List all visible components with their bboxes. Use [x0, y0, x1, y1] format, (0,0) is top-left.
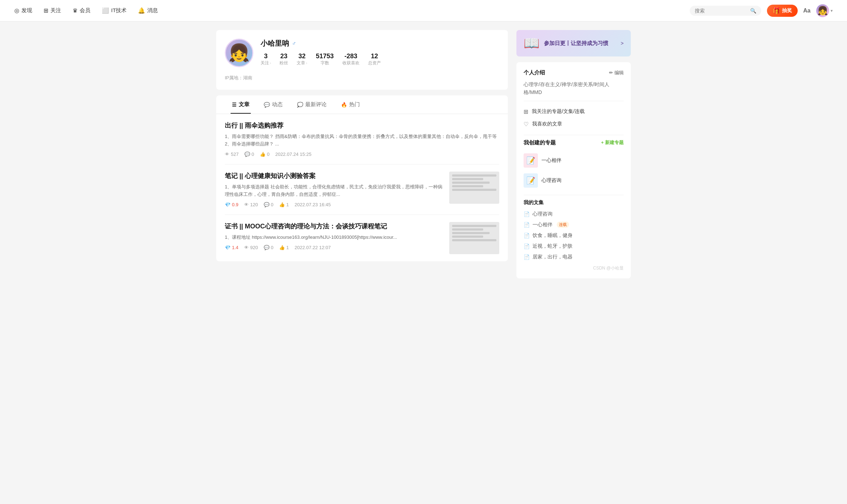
- tab-hot[interactable]: 🔥热门: [334, 95, 367, 114]
- it-icon: ⬜: [102, 7, 109, 14]
- profile-stat-item[interactable]: 3关注›: [261, 53, 271, 66]
- article-date: 2022.07.22 12:07: [294, 245, 331, 250]
- profile-stat-item[interactable]: 12总资产: [368, 53, 381, 66]
- profile-info: 小哈里呐 ♂ 3关注›23粉丝32文章›51753字数-283收获喜欢12总资产: [261, 39, 499, 69]
- gender-icon: ♂: [292, 40, 296, 47]
- stat-label: 文章›: [297, 60, 307, 66]
- stat-label: 总资产: [368, 60, 381, 66]
- sidebar-link-icon: ♡: [524, 121, 529, 128]
- article-excerpt: 1、雨伞需要哪些功能？ 挡雨&防晒：伞布的质量抗风：伞骨的质量便携：折叠方式，以…: [225, 133, 499, 148]
- article-content: 笔记 || 心理健康知识小测验答案 1、单项与多项选择题 社会助长，功能性，合理…: [225, 172, 444, 207]
- tab-articles[interactable]: ☰文章: [225, 95, 257, 114]
- articles-tab-icon: ☰: [232, 102, 237, 108]
- nav-item-vip[interactable]: ♛会员: [73, 7, 90, 14]
- diamond-icon: 💎: [225, 245, 231, 250]
- collection-item[interactable]: 📄饮食，睡眠，健身: [524, 230, 624, 241]
- topic-item[interactable]: 📝心理咨询: [524, 171, 624, 191]
- intro-section-title: 个人介绍 ✏ 编辑: [524, 69, 624, 76]
- article-item: 笔记 || 心理健康知识小测验答案 1、单项与多项选择题 社会助长，功能性，合理…: [225, 164, 499, 215]
- profile-stat-item[interactable]: 23粉丝: [279, 53, 288, 66]
- nav-item-message[interactable]: 🔔消息: [138, 7, 158, 14]
- search-icon: 🔍: [750, 8, 756, 14]
- new-topic-button[interactable]: + 新建专题: [601, 139, 624, 146]
- tab-comments[interactable]: 💭最新评论: [290, 95, 334, 114]
- stat-value: -283: [345, 53, 357, 60]
- it-label: IT技术: [111, 7, 127, 14]
- article-meta: 💎1.4 👁920 💬0 👍1 2022.07.22 12:07: [225, 245, 444, 250]
- collection-item[interactable]: 📄近视，蛀牙，护肤: [524, 241, 624, 252]
- sidebar-link-item[interactable]: ♡我喜欢的文章: [524, 118, 624, 130]
- checkin-banner[interactable]: 📖 参加日更丨让坚持成为习惯 >: [516, 30, 631, 56]
- comment-count: 💬0: [264, 202, 273, 207]
- profile-stats: 3关注›23粉丝32文章›51753字数-283收获喜欢12总资产: [261, 53, 499, 66]
- stat-value: 12: [371, 53, 378, 60]
- eye-icon: 👁: [244, 245, 249, 250]
- nav-item-it[interactable]: ⬜IT技术: [102, 7, 127, 14]
- article-content: 证书 || MOOC心理咨询的理论与方法：会谈技巧课程笔记 1、课程地址 htt…: [225, 222, 444, 254]
- profile-stat-item[interactable]: 32文章›: [297, 53, 307, 66]
- footer-text: CSDN @小哈显: [524, 265, 624, 271]
- like-count: 👍1: [279, 245, 289, 250]
- profile-section: 👧 小哈里呐 ♂ 3关注›23粉丝32文章›51753字数-283收获喜欢12总…: [216, 30, 508, 90]
- view-count: 👁120: [244, 202, 258, 207]
- view-count: 👁920: [244, 245, 258, 250]
- collection-label: 心理咨询: [533, 211, 553, 217]
- main-nav: ◎发现⊞关注♛会员⬜IT技术🔔消息: [14, 7, 690, 14]
- nav-item-follow[interactable]: ⊞关注: [44, 7, 61, 14]
- dynamic-tab-label: 动态: [272, 101, 283, 108]
- intro-card: 个人介绍 ✏ 编辑 心理学/存在主义/禅学/亲密关系/时间人格/MMD ⊞我关注…: [516, 62, 631, 278]
- my-topics-title: 我创建的专题: [524, 139, 556, 146]
- collection-item[interactable]: 📄居家，出行，电器: [524, 252, 624, 262]
- collection-icon: 📄: [524, 243, 530, 249]
- stat-arrow-icon: ›: [270, 61, 271, 65]
- topic-name: 心理咨询: [541, 177, 561, 184]
- sidebar-divider: [524, 101, 624, 101]
- collections-list: 📄心理咨询📄一心相伴连载📄饮食，睡眠，健身📄近视，蛀牙，护肤📄居家，出行，电器: [524, 209, 624, 262]
- collection-item[interactable]: 📄心理咨询: [524, 209, 624, 219]
- lottery-label: 抽奖: [782, 8, 792, 14]
- edit-icon: ✏: [609, 70, 613, 75]
- profile-stat-item[interactable]: 51753字数: [316, 53, 334, 66]
- stat-arrow-icon: ›: [306, 61, 307, 65]
- diamond-badge: 💎0.9: [225, 202, 238, 207]
- tabs-section: ☰文章💬动态💭最新评论🔥热门 出行 || 雨伞选购推荐 1、雨伞需要哪些功能？ …: [216, 95, 508, 261]
- stat-label: 粉丝: [279, 60, 288, 66]
- article-title[interactable]: 证书 || MOOC心理咨询的理论与方法：会谈技巧课程笔记: [225, 222, 444, 231]
- discover-icon: ◎: [14, 7, 19, 14]
- collection-label: 饮食，睡眠，健身: [533, 232, 573, 239]
- lottery-button[interactable]: 🎁 抽奖: [767, 5, 798, 17]
- search-input[interactable]: [695, 8, 747, 14]
- topic-item[interactable]: 📝一心相伴: [524, 150, 624, 171]
- user-avatar-wrapper[interactable]: 👧 ▾: [816, 4, 833, 17]
- view-count: 👁527: [225, 152, 239, 157]
- article-thumbnail: [449, 172, 499, 204]
- chevron-down-icon: ▾: [831, 8, 833, 13]
- article-content: 出行 || 雨伞选购推荐 1、雨伞需要哪些功能？ 挡雨&防晒：伞布的质量抗风：伞…: [225, 121, 499, 157]
- like-icon: 👍: [260, 152, 266, 157]
- nav-item-discover[interactable]: ◎发现: [14, 7, 32, 14]
- article-title[interactable]: 出行 || 雨伞选购推荐: [225, 121, 499, 130]
- profile-name: 小哈里呐: [261, 39, 289, 48]
- avatar: 👧: [816, 4, 829, 17]
- profile-avatar: 👧: [225, 39, 253, 67]
- article-date: 2022.07.24 15:25: [275, 152, 311, 157]
- tab-dynamic[interactable]: 💬动态: [257, 95, 290, 114]
- sidebar-link-icon: ⊞: [524, 108, 528, 115]
- sidebar-links: ⊞我关注的专题/文集/连载♡我喜欢的文章: [524, 105, 624, 130]
- vip-label: 会员: [80, 7, 90, 14]
- article-item: 出行 || 雨伞选购推荐 1、雨伞需要哪些功能？ 挡雨&防晒：伞布的质量抗风：伞…: [225, 114, 499, 164]
- tabs: ☰文章💬动态💭最新评论🔥热门: [216, 95, 508, 114]
- profile-stat-item[interactable]: -283收获喜欢: [342, 53, 360, 66]
- article-title[interactable]: 笔记 || 心理健康知识小测验答案: [225, 172, 444, 181]
- diamond-badge: 💎1.4: [225, 245, 238, 250]
- font-size-button[interactable]: Aa: [803, 8, 811, 14]
- article-excerpt: 1、课程地址 https://www.icourse163.org/learn/…: [225, 234, 444, 241]
- edit-button[interactable]: ✏ 编辑: [609, 70, 624, 76]
- stat-label: 收获喜欢: [342, 60, 360, 66]
- article-meta: 👁527 💬0 👍0 2022.07.24 15:25: [225, 152, 499, 157]
- sidebar-link-item[interactable]: ⊞我关注的专题/文集/连载: [524, 105, 624, 118]
- collection-label: 居家，出行，电器: [533, 254, 573, 260]
- search-box[interactable]: 🔍: [690, 6, 761, 16]
- bio-text: 心理学/存在主义/禅学/亲密关系/时间人格/MMD: [524, 80, 624, 97]
- collection-item[interactable]: 📄一心相伴连载: [524, 219, 624, 230]
